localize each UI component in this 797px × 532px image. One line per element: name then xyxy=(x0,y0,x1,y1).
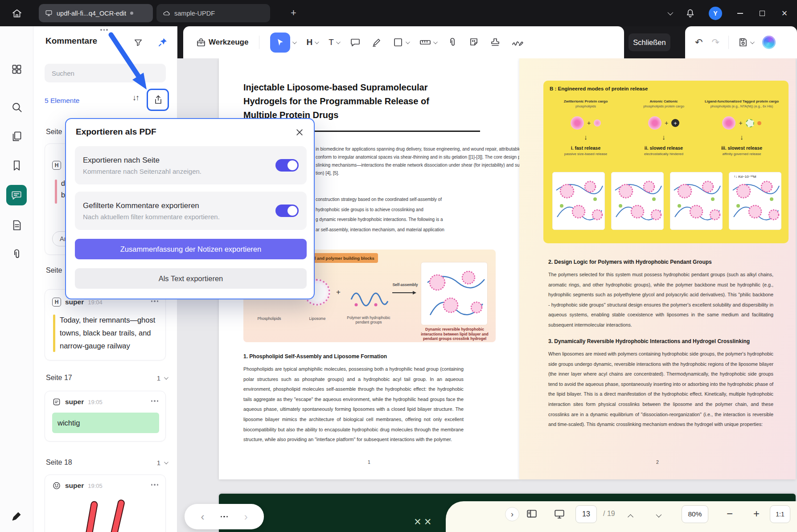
tab-document-2[interactable]: sample-UPDF xyxy=(156,4,270,22)
tools-menu-label: Werkzeuge xyxy=(209,38,248,47)
chevron-down-icon xyxy=(406,40,410,44)
sidebar-grid-icon[interactable] xyxy=(11,63,23,75)
zoom-out-button[interactable]: − xyxy=(727,507,733,520)
comment-tool[interactable] xyxy=(350,37,361,48)
page-total-label: / 19 xyxy=(603,510,615,518)
measure-tool[interactable] xyxy=(419,37,436,48)
stamp-icon xyxy=(490,37,501,48)
thumbnail-view-button[interactable] xyxy=(526,508,538,520)
figure-b-title: B : Engineered modes of protein release xyxy=(550,86,648,91)
tabs-dropdown-icon[interactable] xyxy=(668,10,674,16)
pdf-page-2[interactable]: B : Engineered modes of protein release … xyxy=(519,58,796,479)
stamp-tool[interactable] xyxy=(490,37,501,48)
text-tool[interactable]: T xyxy=(329,37,339,47)
new-tab-button[interactable]: + xyxy=(291,7,296,19)
signature-tool[interactable] xyxy=(511,37,524,48)
sort-icon[interactable]: ↓↑ xyxy=(132,93,139,102)
next-page-chevron-button[interactable] xyxy=(656,511,660,519)
zoom-level-box[interactable]: 80% xyxy=(682,505,708,523)
reader-view-button[interactable] xyxy=(554,508,565,520)
minimize-button[interactable] xyxy=(735,9,744,18)
prev-page-button[interactable]: ‹ xyxy=(201,511,204,523)
comment-card[interactable]: H super 19:04 Today, their remnants—ghos… xyxy=(45,289,166,360)
ruler-icon xyxy=(419,37,431,48)
search-input[interactable] xyxy=(45,64,166,82)
notifications-bell-icon[interactable] xyxy=(685,8,695,18)
home-button[interactable] xyxy=(0,0,33,26)
next-page-button[interactable]: › xyxy=(244,511,248,523)
highlight-tool[interactable]: H xyxy=(306,37,318,47)
ai-assistant-button[interactable] xyxy=(762,36,776,49)
self-assembly-arrow-icon xyxy=(392,292,414,293)
tab-label: updf-all-fi...q4_OCR-edit xyxy=(57,10,126,17)
pin-icon[interactable] xyxy=(157,37,168,48)
phospholipid-icon xyxy=(594,119,601,127)
close-editing-button[interactable]: Schließen xyxy=(629,33,670,51)
shapes-tool[interactable] xyxy=(393,37,409,48)
page-number-input[interactable] xyxy=(576,510,596,518)
filter-icon[interactable] xyxy=(133,38,143,48)
more-options-icon[interactable] xyxy=(151,400,159,402)
dialog-title: Exportieren als PDF xyxy=(76,127,156,137)
bookmark-icon[interactable] xyxy=(11,160,23,172)
chevron-down-icon[interactable] xyxy=(164,460,168,464)
maximize-button[interactable] xyxy=(758,9,767,18)
modified-dot-icon xyxy=(130,12,133,15)
user-avatar[interactable]: Y xyxy=(709,7,722,20)
more-options-icon[interactable] xyxy=(151,300,159,302)
page-section-header[interactable]: Seite 17 1 xyxy=(46,374,167,382)
toolbox-icon xyxy=(196,37,206,48)
previous-page-chevron-button[interactable] xyxy=(629,513,633,521)
paper-text-line: g dynamic reversible hydrophobic interac… xyxy=(316,217,443,222)
group-subheader: phospholipids (e.g., NTA(Ni)) (e.g., 6x … xyxy=(702,104,782,108)
release-mode-group: Ligand-functionalized Tagged protein car… xyxy=(702,99,782,156)
paper-text-line: slinking mechanisms—interactions the ena… xyxy=(316,163,538,168)
actual-size-button[interactable]: 1:1 xyxy=(770,505,790,523)
document-info-icon[interactable] xyxy=(11,219,23,231)
group-diagram: + xyxy=(550,114,621,132)
more-options-icon[interactable] xyxy=(151,484,159,486)
tab-document-1[interactable]: updf-all-fi...q4_OCR-edit xyxy=(39,4,153,22)
redo-button[interactable]: ↷ xyxy=(712,37,720,48)
zoom-in-button[interactable]: + xyxy=(753,507,760,520)
paperclip-icon xyxy=(447,37,458,48)
pages-icon[interactable] xyxy=(11,131,23,143)
select-tool[interactable] xyxy=(270,33,296,53)
save-button[interactable] xyxy=(738,37,753,48)
phospholipids-label: Phospholipids xyxy=(248,316,291,321)
close-window-button[interactable]: × xyxy=(780,9,789,18)
arrow-down-icon: ↓ xyxy=(702,133,782,141)
attachment-tool[interactable] xyxy=(447,37,458,48)
nav-more-button[interactable] xyxy=(221,516,228,518)
comments-panel-toggle[interactable] xyxy=(6,185,27,205)
paper-text-line: hydrophobic side groups is to achieve cr… xyxy=(316,207,423,212)
sticker-tool[interactable] xyxy=(468,37,479,48)
tools-menu-button[interactable]: Werkzeuge xyxy=(196,37,248,48)
release-sublabel: affinity governed release xyxy=(702,152,782,156)
search-icon[interactable] xyxy=(11,101,23,113)
pen-tool[interactable] xyxy=(371,37,382,48)
expand-drawer-button[interactable]: › xyxy=(505,507,519,521)
network-image xyxy=(552,172,605,230)
plus-icon: + xyxy=(587,119,591,127)
export-by-page-option[interactable]: Exportieren nach Seite Kommentare nach S… xyxy=(75,146,307,184)
attachments-icon[interactable] xyxy=(11,248,23,260)
page-section-header[interactable]: Seite 18 1 xyxy=(46,458,167,467)
toggle-switch-on[interactable] xyxy=(275,159,299,172)
pen-mode-icon[interactable] xyxy=(11,510,23,522)
export-as-text-button[interactable]: Als Text exportieren xyxy=(75,268,307,289)
comment-card[interactable]: super 19:05 xyxy=(45,475,166,532)
export-notes-summary-button[interactable]: Zusammenfassung der Notizen exportieren xyxy=(75,239,307,259)
plus-icon: + xyxy=(665,119,668,127)
export-filtered-option[interactable]: Gefilterte Kommentare exportieren Nach a… xyxy=(75,192,307,230)
undo-button[interactable]: ↶ xyxy=(695,37,703,48)
toggle-switch-on[interactable] xyxy=(275,205,299,217)
section-label: Seite xyxy=(46,128,62,136)
chevron-down-icon[interactable] xyxy=(164,375,168,380)
export-comments-button[interactable] xyxy=(147,89,169,111)
close-icon[interactable] xyxy=(295,128,304,137)
release-mode-group: Zwitterionic Protein cargo phospholipids… xyxy=(550,99,621,156)
comment-card-header: super 19:05 xyxy=(52,481,103,490)
highlighted-note: wichtig xyxy=(52,413,159,433)
comment-card[interactable]: super 19:05 wichtig xyxy=(45,391,166,442)
